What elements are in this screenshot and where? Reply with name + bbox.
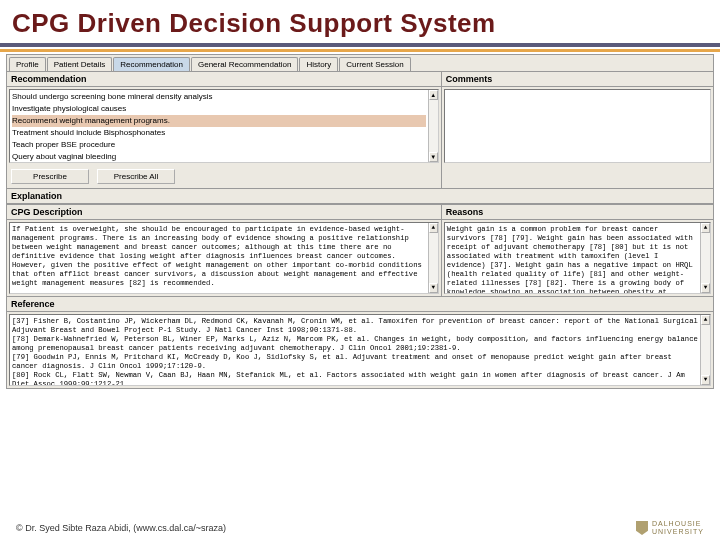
recommendation-list[interactable]: Should undergo screening bone mineral de… (9, 89, 439, 163)
comments-header: Comments (442, 72, 713, 87)
slide-title: CPG Driven Decision Support System (0, 0, 720, 47)
reference-line: [80] Rock CL, Flatt SW, Newman V, Caan B… (12, 371, 698, 386)
reference-header: Reference (7, 297, 713, 312)
reference-line: [79] Goodwin PJ, Ennis M, Pritchard KI, … (12, 353, 698, 371)
comments-textarea[interactable] (444, 89, 711, 163)
list-item-selected[interactable]: Recommend weight management programs. (12, 115, 426, 127)
list-item[interactable]: Should undergo screening bone mineral de… (12, 91, 426, 103)
reasons-text[interactable]: Weight gain is a common problem for brea… (444, 222, 711, 294)
university-name-2: UNIVERSITY (652, 528, 704, 536)
button-row: Prescribe Prescribe All (7, 165, 441, 188)
reasons-content: Weight gain is a common problem for brea… (447, 225, 697, 294)
app-window: Profile Patient Details Recommendation G… (6, 54, 714, 389)
reasons-header: Reasons (442, 205, 713, 220)
scroll-up-icon[interactable]: ▲ (701, 315, 710, 325)
accent-bar (0, 49, 720, 52)
tab-profile[interactable]: Profile (9, 57, 46, 71)
cpg-description-content: If Patient is overweight, she should be … (12, 225, 422, 287)
scroll-down-icon[interactable]: ▼ (701, 375, 710, 385)
scroll-down-icon[interactable]: ▼ (429, 152, 438, 162)
scroll-down-icon[interactable]: ▼ (429, 283, 438, 293)
tab-general-recommendation[interactable]: General Recommendation (191, 57, 298, 71)
scrollbar[interactable]: ▲ ▼ (428, 90, 438, 162)
tab-recommendation[interactable]: Recommendation (113, 57, 190, 71)
list-item[interactable]: Teach proper BSE procedure (12, 139, 426, 151)
footer: © Dr. Syed Sibte Raza Abidi, (www.cs.dal… (0, 520, 720, 536)
scroll-up-icon[interactable]: ▲ (701, 223, 710, 233)
cpg-description-header: CPG Description (7, 205, 441, 220)
scroll-track[interactable] (429, 100, 438, 152)
scroll-track[interactable] (701, 233, 710, 283)
copyright-text: © Dr. Syed Sibte Raza Abidi, (www.cs.dal… (16, 523, 226, 533)
tab-current-session[interactable]: Current Session (339, 57, 410, 71)
shield-icon (636, 521, 648, 535)
reference-line: [37] Fisher B, Costantino JP, Wickerham … (12, 317, 698, 335)
dalhousie-logo: DALHOUSIE UNIVERSITY (636, 520, 704, 536)
scrollbar[interactable]: ▲ ▼ (428, 223, 438, 293)
tab-bar: Profile Patient Details Recommendation G… (7, 55, 713, 72)
scroll-up-icon[interactable]: ▲ (429, 223, 438, 233)
prescribe-button[interactable]: Prescribe (11, 169, 89, 184)
list-item[interactable]: Query about vaginal bleeding (12, 151, 426, 163)
tab-patient-details[interactable]: Patient Details (47, 57, 113, 71)
cpg-description-text[interactable]: If Patient is overweight, she should be … (9, 222, 439, 294)
scroll-track[interactable] (701, 325, 710, 375)
scrollbar[interactable]: ▲ ▼ (700, 223, 710, 293)
reference-line: [78] Demark-Wahnefried W, Peterson BL, W… (12, 335, 698, 353)
scrollbar[interactable]: ▲ ▼ (700, 315, 710, 385)
prescribe-all-button[interactable]: Prescribe All (97, 169, 175, 184)
university-name-1: DALHOUSIE (652, 520, 704, 528)
scroll-up-icon[interactable]: ▲ (429, 90, 438, 100)
tab-history[interactable]: History (299, 57, 338, 71)
scroll-track[interactable] (429, 233, 438, 283)
list-item[interactable]: Investigate physiological causes (12, 103, 426, 115)
list-item[interactable]: Treatment should include Bisphosphonates (12, 127, 426, 139)
scroll-down-icon[interactable]: ▼ (701, 283, 710, 293)
explanation-header: Explanation (7, 189, 713, 204)
reference-text[interactable]: [37] Fisher B, Costantino JP, Wickerham … (9, 314, 711, 386)
recommendation-header: Recommendation (7, 72, 441, 87)
